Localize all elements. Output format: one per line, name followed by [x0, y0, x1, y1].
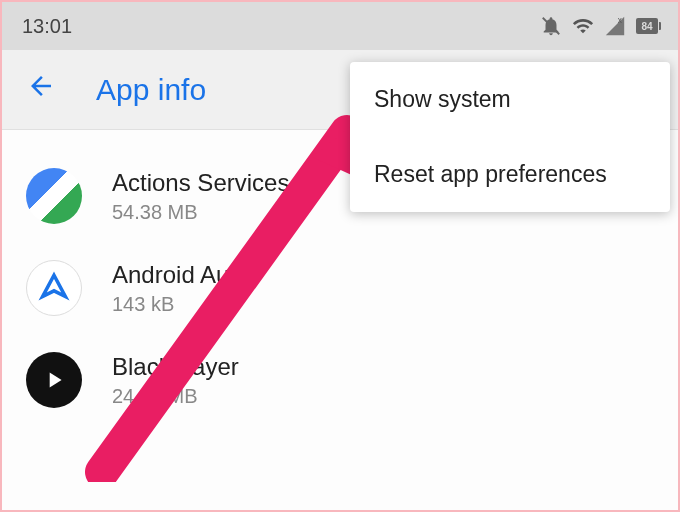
app-icon-blackplayer — [26, 352, 82, 408]
battery-icon: 84 — [636, 18, 658, 34]
status-bar: 13:01 x 84 — [2, 2, 678, 50]
back-arrow-icon[interactable] — [26, 71, 56, 108]
overflow-menu: Show system Reset app preferences — [350, 62, 670, 212]
menu-item-reset-prefs[interactable]: Reset app preferences — [350, 137, 670, 212]
signal-icon: x — [604, 15, 626, 37]
app-details: Actions Services 54.38 MB — [112, 169, 289, 224]
menu-item-show-system[interactable]: Show system — [350, 62, 670, 137]
app-icon-android-auto — [26, 260, 82, 316]
dnd-icon — [540, 15, 562, 37]
page-title: App info — [96, 73, 206, 107]
app-size: 24.93 MB — [112, 385, 239, 408]
battery-level: 84 — [641, 21, 652, 32]
app-name: Android Auto — [112, 261, 249, 289]
wifi-icon — [572, 15, 594, 37]
app-item[interactable]: Android Auto 143 kB — [2, 242, 678, 334]
app-name: Actions Services — [112, 169, 289, 197]
app-details: BlackPlayer 24.93 MB — [112, 353, 239, 408]
app-item[interactable]: BlackPlayer 24.93 MB — [2, 334, 678, 426]
app-details: Android Auto 143 kB — [112, 261, 249, 316]
app-size: 54.38 MB — [112, 201, 289, 224]
app-size: 143 kB — [112, 293, 249, 316]
app-name: BlackPlayer — [112, 353, 239, 381]
status-time: 13:01 — [22, 15, 72, 38]
status-icons: x 84 — [540, 15, 658, 37]
app-icon-actions — [26, 168, 82, 224]
